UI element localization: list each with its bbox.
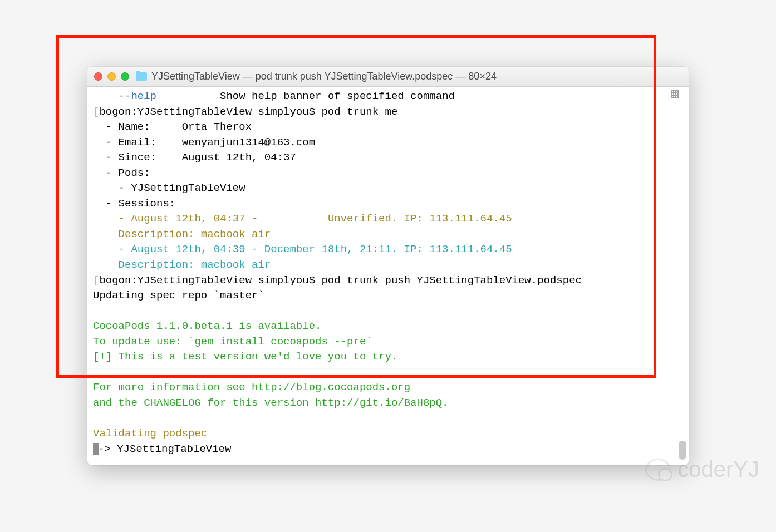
minimize-icon[interactable]: [107, 72, 116, 81]
blank-3: [93, 411, 683, 426]
validating-line: Validating podspec: [93, 426, 683, 442]
notice-l3: [!] This is a test version we'd love you…: [93, 349, 683, 365]
session-1-line-1: - August 12th, 04:37 - Unverified. IP: 1…: [93, 211, 683, 227]
help-line: --help Show help banner of specified com…: [93, 89, 683, 105]
prompt-line-1: [bogon:YJSettingTableView simplyou$ pod …: [93, 105, 683, 120]
wechat-icon: [645, 459, 671, 481]
notice-l2: To update use: `gem install cocoapods --…: [93, 334, 683, 350]
info-pod-item: - YJSettingTableView: [93, 181, 683, 196]
info-sessions: - Sessions:: [93, 196, 683, 212]
notice-l4: For more information see http://blog.coc…: [93, 380, 683, 396]
blank-1: [93, 304, 683, 319]
help-flag: --help: [119, 90, 156, 102]
notice-l1: CocoaPods 1.1.0.beta.1 is available.: [93, 319, 683, 334]
folder-icon: [136, 72, 147, 81]
session-2-line-1: - August 12th, 04:39 - December 18th, 21…: [93, 242, 683, 258]
help-desc: Show help banner of specified command: [220, 90, 455, 102]
tab-selector-icon[interactable]: [671, 90, 679, 98]
traffic-lights: [94, 72, 129, 81]
blank-2: [93, 365, 683, 381]
close-icon[interactable]: [94, 72, 102, 81]
window-title: YJSettingTableView — pod trunk push YJSe…: [151, 71, 497, 82]
info-email: - Email: wenyanjun1314@163.com: [93, 135, 683, 151]
session-1-line-2: Description: macbook air: [93, 227, 683, 243]
watermark: coderYJ: [645, 457, 759, 482]
terminal-window: YJSettingTableView — pod trunk push YJSe…: [87, 67, 689, 465]
info-since: - Since: August 12th, 04:37: [93, 150, 683, 166]
arrow-line: -> YJSettingTableView: [93, 442, 683, 457]
info-pods: - Pods:: [93, 166, 683, 181]
prompt-line-2: [bogon:YJSettingTableView simplyou$ pod …: [93, 273, 683, 289]
watermark-text: coderYJ: [677, 457, 759, 482]
session-2-line-2: Description: macbook air: [93, 258, 683, 273]
info-name: - Name: Orta Therox: [93, 120, 683, 135]
titlebar[interactable]: YJSettingTableView — pod trunk push YJSe…: [87, 67, 689, 87]
zoom-icon[interactable]: [121, 72, 129, 81]
terminal-content[interactable]: --help Show help banner of specified com…: [87, 87, 689, 465]
notice-l5: and the CHANGELOG for this version http:…: [93, 396, 683, 411]
updating-line: Updating spec repo `master`: [93, 288, 683, 304]
